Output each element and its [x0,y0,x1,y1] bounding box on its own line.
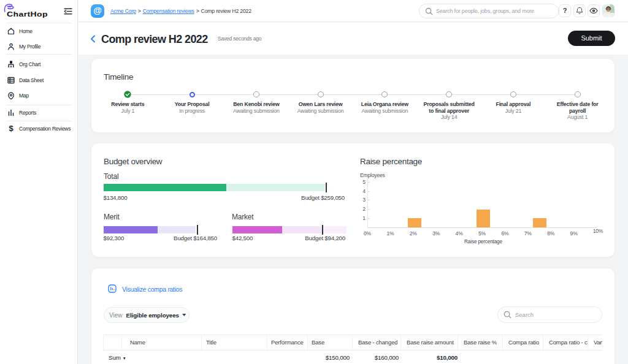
svg-text:$: $ [9,124,13,132]
